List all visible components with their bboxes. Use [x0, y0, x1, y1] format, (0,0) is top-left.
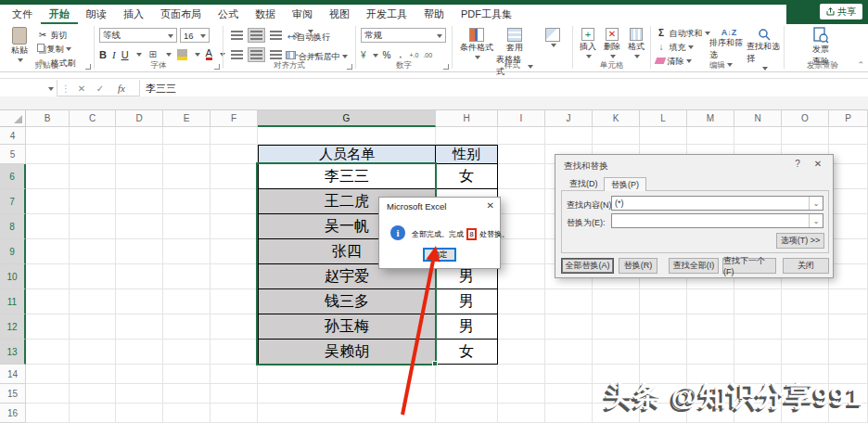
grid-cell-K12[interactable] — [593, 314, 640, 340]
cell-styles-button[interactable] — [535, 28, 570, 48]
collapse-ribbon-icon[interactable]: ⌃ — [857, 60, 864, 70]
grid-cell-F6[interactable] — [211, 164, 258, 189]
grid-cell-E9[interactable] — [163, 239, 211, 264]
grid-cell-D7[interactable] — [116, 189, 163, 214]
grid-cell-G15[interactable] — [258, 384, 436, 404]
grid-cell-D14[interactable] — [116, 365, 163, 384]
grid-cell-M4[interactable] — [687, 127, 734, 145]
font-dialog-launcher[interactable] — [214, 64, 220, 70]
grid-cell-H4[interactable] — [436, 127, 498, 145]
grid-cell-B6[interactable] — [26, 164, 70, 189]
grid-cell-D9[interactable] — [116, 239, 163, 264]
grid-cell-B7[interactable] — [26, 189, 70, 214]
table-cell-gender-5[interactable]: 男 — [436, 289, 498, 314]
grid-cell-J14[interactable] — [545, 365, 593, 384]
decrease-decimal-icon[interactable]: .00 — [423, 52, 432, 58]
row-header-7[interactable]: 7 — [0, 189, 26, 214]
row-header-16[interactable]: 16 — [0, 404, 26, 423]
insert-cells-button[interactable]: + 插入 — [577, 28, 599, 59]
grid-cell-G16[interactable] — [258, 404, 436, 423]
row-header-9[interactable]: 9 — [0, 239, 26, 264]
grid-cell-F9[interactable] — [211, 239, 258, 264]
row-header-12[interactable]: 12 — [0, 314, 26, 340]
grid-cell-B9[interactable] — [26, 239, 70, 264]
ribbon-tab-插入[interactable]: 插入 — [115, 5, 152, 24]
tab-find[interactable]: 查找(D) — [563, 177, 605, 191]
grid-cell-I16[interactable] — [498, 404, 545, 423]
grid-cell-B12[interactable] — [26, 314, 70, 340]
grid-cell-N4[interactable] — [734, 127, 782, 145]
grid-cell-B16[interactable] — [26, 404, 70, 423]
align-top-icon[interactable] — [228, 28, 246, 43]
grid-cell-C12[interactable] — [70, 314, 116, 340]
grid-cell-F13[interactable] — [211, 340, 258, 365]
column-header-J[interactable]: J — [545, 110, 593, 127]
grid-cell-I11[interactable] — [498, 289, 545, 314]
grid-cell-J11[interactable] — [545, 289, 593, 314]
grid-cell-H15[interactable] — [436, 384, 498, 404]
clipboard-dialog-launcher[interactable] — [85, 64, 91, 70]
table-header-gender[interactable]: 性别 — [436, 146, 498, 164]
grid-cell-B8[interactable] — [26, 214, 70, 239]
grid-cell-M11[interactable] — [687, 289, 734, 314]
grid-cell-L12[interactable] — [640, 314, 687, 340]
grid-cell-C14[interactable] — [70, 365, 116, 384]
grid-cell-B5[interactable] — [26, 145, 70, 164]
grid-cell-I14[interactable] — [498, 365, 545, 384]
selection-fill-handle[interactable] — [432, 361, 438, 366]
grid-cell-D12[interactable] — [116, 314, 163, 340]
help-icon[interactable]: ? — [790, 159, 805, 169]
grid-cell-E14[interactable] — [163, 365, 211, 384]
grid-cell-C16[interactable] — [70, 404, 116, 423]
grid-cell-I6[interactable] — [498, 164, 545, 189]
table-cell-name-0[interactable]: 李三三 — [259, 164, 436, 189]
column-header-H[interactable]: H — [436, 110, 498, 127]
close-icon[interactable]: ✕ — [811, 159, 825, 169]
grid-cell-I4[interactable] — [498, 127, 545, 145]
grid-cell-J12[interactable] — [545, 314, 593, 340]
grid-cell-C13[interactable] — [70, 340, 116, 365]
grid-cell-C9[interactable] — [70, 239, 116, 264]
grid-cell-B14[interactable] — [26, 365, 70, 384]
grid-cell-I12[interactable] — [498, 314, 545, 340]
font-family-combo[interactable]: 等线 — [99, 28, 177, 43]
grid-cell-C5[interactable] — [70, 145, 116, 164]
ribbon-tab-页面布局[interactable]: 页面布局 — [152, 5, 210, 24]
fill-color-button[interactable] — [177, 49, 187, 60]
alignment-dialog-launcher[interactable] — [347, 64, 352, 70]
percent-icon[interactable]: % — [383, 50, 391, 60]
grid-cell-D10[interactable] — [116, 264, 163, 289]
grid-cell-G14[interactable] — [258, 365, 436, 384]
grid-cell-D8[interactable] — [116, 214, 163, 239]
align-middle-icon[interactable] — [248, 28, 265, 43]
table-cell-gender-6[interactable]: 男 — [436, 314, 498, 340]
row-header-4[interactable]: 4 — [0, 127, 26, 145]
grid-cell-I10[interactable] — [498, 264, 545, 289]
column-header-L[interactable]: L — [640, 110, 687, 127]
share-button[interactable]: 共享 — [820, 4, 862, 19]
grid-cell-F11[interactable] — [211, 289, 258, 314]
grid-cell-F5[interactable] — [211, 145, 258, 164]
wrap-text-button[interactable]: ↩自动换行 — [286, 32, 330, 44]
grid-cell-F12[interactable] — [211, 314, 258, 340]
column-header-B[interactable]: B — [26, 110, 70, 127]
grid-cell-N12[interactable] — [734, 314, 782, 340]
comma-icon[interactable]: ， — [395, 48, 404, 61]
grid-cell-P10[interactable] — [829, 264, 868, 289]
grid-cell-P5[interactable] — [829, 145, 868, 164]
close-button[interactable]: 关闭 — [783, 258, 829, 274]
replace-dropdown-icon[interactable]: ⌄ — [809, 214, 823, 227]
ribbon-tab-公式[interactable]: 公式 — [210, 5, 247, 24]
grid-cell-F8[interactable] — [211, 214, 258, 239]
grid-cell-J16[interactable] — [545, 404, 593, 423]
grid-cell-I9[interactable] — [498, 239, 545, 264]
column-header-P[interactable]: P — [829, 110, 868, 127]
find-dropdown-icon[interactable]: ⌄ — [809, 197, 823, 210]
column-header-G[interactable]: G — [258, 110, 436, 127]
increase-decimal-icon[interactable]: +.0 — [409, 52, 418, 58]
grid-cell-P12[interactable] — [829, 314, 868, 340]
currency-icon[interactable]: ¥ — [361, 50, 366, 60]
cut-button[interactable]: ✂ 剪切 — [37, 30, 68, 42]
underline-button[interactable]: U — [121, 49, 129, 60]
grid-cell-N13[interactable] — [734, 340, 782, 365]
